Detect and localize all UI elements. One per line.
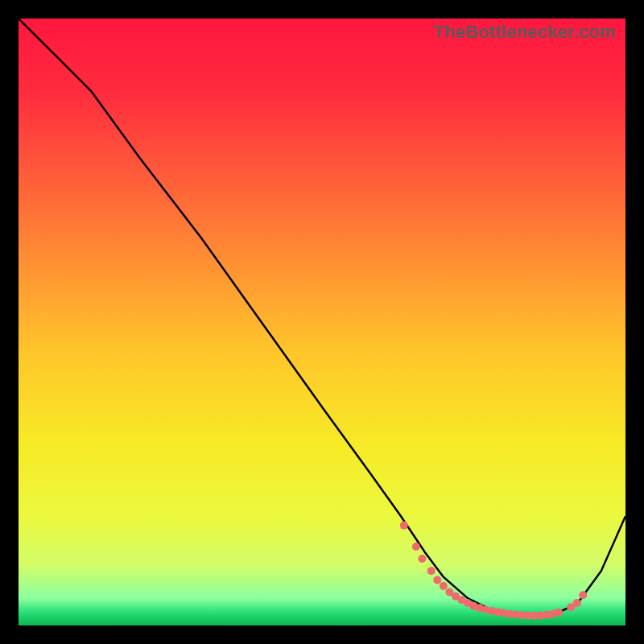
- marker-dot: [400, 522, 408, 530]
- marker-dot: [573, 599, 581, 607]
- bottleneck-chart: [19, 19, 625, 625]
- marker-dot: [579, 591, 587, 599]
- gradient-background: [19, 19, 625, 625]
- marker-dot: [440, 582, 448, 590]
- watermark-text: TheBottlenecker.com: [434, 22, 616, 43]
- marker-dot: [418, 555, 426, 563]
- marker-dot: [427, 567, 436, 575]
- marker-dot: [412, 543, 420, 551]
- marker-dot: [433, 576, 441, 584]
- marker-dot: [555, 609, 563, 617]
- chart-frame: TheBottlenecker.com: [19, 19, 625, 625]
